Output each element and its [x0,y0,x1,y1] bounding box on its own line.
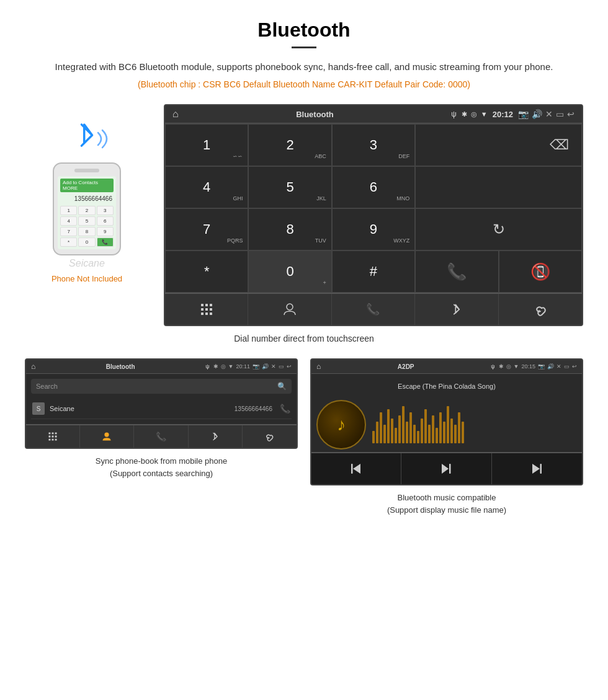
music-x-icon[interactable]: ✕ [557,363,561,370]
dial-key-5[interactable]: 5 JKL [248,166,331,208]
window-icon: ▭ [556,109,564,119]
contact-row[interactable]: S Seicane 13566664466 📞 [31,399,292,419]
pb-bt-nav-icon [211,432,220,441]
pb-nav-bt[interactable] [189,425,243,448]
pb-nav-link[interactable] [243,425,297,448]
nav-bluetooth[interactable] [415,294,498,325]
svg-rect-13 [49,436,51,438]
pb-time: 20:11 [236,363,250,370]
phone-not-included-label: Phone Not Included [51,274,122,283]
waveform-bar [421,419,423,443]
contact-letter: S [32,402,45,415]
dial-key-4[interactable]: 4 GHI [165,166,248,208]
back-icon[interactable]: ↩ [567,109,574,119]
nav-call[interactable]: 📞 [332,294,415,325]
waveform-bar [402,406,405,443]
page-title: Bluetooth [25,19,583,42]
dial-refresh[interactable]: ↻ [415,208,582,250]
dial-key-3[interactable]: 3 DEF [332,124,415,166]
dial-key-star[interactable]: * [165,250,248,293]
waveform-bar [439,412,442,443]
play-pause-button[interactable] [401,453,491,484]
dial-backspace[interactable]: ⌫ [415,124,582,166]
svg-rect-2 [210,304,212,306]
phone-key-2[interactable]: 2 [78,206,95,215]
nav-dialpad[interactable] [165,294,248,325]
contact-call-icon[interactable]: 📞 [277,404,290,414]
right-status-icons: 📷 🔊 ✕ ▭ ↩ [518,109,574,119]
pb-vol-icon: 🔊 [262,363,269,370]
music-back-icon[interactable]: ↩ [572,363,577,370]
panel2-caption: Bluetooth music compatible(Support displ… [387,492,506,516]
pb-bt-icon: ✱ [213,363,218,370]
waveform-bar [406,422,408,443]
dial-key-0[interactable]: 0 + [248,250,331,293]
phone-key-star[interactable]: * [60,237,77,247]
waveform-bar [454,425,457,443]
pb-statusbar: ⌂ Bluetooth ψ ✱ ◎ ▼ 20:11 📷 🔊 ✕ ▭ ↩ [26,360,297,374]
music-sig-icon: ▼ [514,363,519,370]
link-icon [534,303,547,316]
phone-key-1[interactable]: 1 [60,206,77,215]
pb-nav-contacts-active[interactable] [80,425,134,448]
dial-pad: 1 ∽∽ 2 ABC 3 DEF ⌫ 4 GHI 5 JKL [165,123,582,293]
svg-rect-25 [540,464,542,474]
close-icon[interactable]: ✕ [545,109,553,119]
dial-key-7[interactable]: 7 PQRS [165,208,248,250]
phone-key-call[interactable]: 📞 [97,237,114,247]
phone-screen-number: 13566664466 [60,194,114,203]
dial-key-6[interactable]: 6 MNO [332,166,415,208]
signal-icon: ▼ [481,110,488,118]
search-bar[interactable]: Search 🔍 [31,379,292,394]
panel1-caption: Sync phone-book from mobile phone(Suppor… [96,455,227,479]
dial-key-1[interactable]: 1 ∽∽ [165,124,248,166]
dial-key-2[interactable]: 2 ABC [248,124,331,166]
phone-key-0[interactable]: 0 [78,237,95,247]
phone-key-9[interactable]: 9 [97,227,114,236]
home-icon[interactable]: ⌂ [172,109,179,120]
music-home-icon[interactable]: ⌂ [316,362,321,371]
next-track-button[interactable] [492,453,582,484]
dial-key-8[interactable]: 8 TUV [248,208,331,250]
pb-nav-dialpad[interactable] [26,425,80,448]
svg-rect-18 [55,439,57,441]
pb-back-icon[interactable]: ↩ [287,363,292,370]
pb-sig-icon: ▼ [228,363,234,370]
phone-key-3[interactable]: 3 [97,206,114,215]
svg-point-9 [287,304,293,310]
waveform-bar [443,422,445,443]
dial-key-hash[interactable]: # [332,250,415,293]
phone-key-8[interactable]: 8 [78,227,95,236]
dial-key-9[interactable]: 9 WXYZ [332,208,415,250]
bluetooth-status-icon: ✱ [462,110,467,118]
phone-key-7[interactable]: 7 [60,227,77,236]
waveform-bar [395,428,397,443]
music-usb-icon: ψ [491,363,494,370]
prev-track-button[interactable] [311,453,401,484]
phone-key-6[interactable]: 6 [97,216,114,226]
nav-link[interactable] [499,294,582,325]
svg-rect-6 [201,312,203,315]
pb-x-icon[interactable]: ✕ [271,363,276,370]
svg-rect-16 [49,439,51,441]
pb-home-icon[interactable]: ⌂ [31,362,35,371]
music-statusbar: ⌂ A2DP ψ ✱ ◎ ▼ 20:15 📷 🔊 ✕ ▭ ↩ [311,360,582,374]
dial-call-button[interactable]: 📞 [415,250,498,293]
phone-key-5[interactable]: 5 [78,216,95,226]
music-screen: ⌂ A2DP ψ ✱ ◎ ▼ 20:15 📷 🔊 ✕ ▭ ↩ Escape (T… [310,358,583,485]
car-nav-bar: 📞 [165,293,582,325]
pb-nav-call[interactable]: 📞 [134,425,188,448]
call-nav-icon: 📞 [366,303,380,316]
svg-rect-14 [52,436,54,438]
svg-rect-4 [205,308,208,311]
dial-hangup-button[interactable]: 📵 [499,250,582,293]
phone-key-4[interactable]: 4 [60,216,77,226]
svg-rect-8 [210,312,212,315]
search-icon: 🔍 [277,382,287,391]
svg-rect-5 [210,308,212,311]
nav-contacts[interactable] [248,294,331,325]
signal-arcs-icon [95,122,114,153]
music-screen-title: A2DP [324,363,487,370]
svg-rect-23 [449,464,451,474]
phone-aside: Add to Contacts MORE 13566664466 1 2 3 4… [25,104,149,283]
